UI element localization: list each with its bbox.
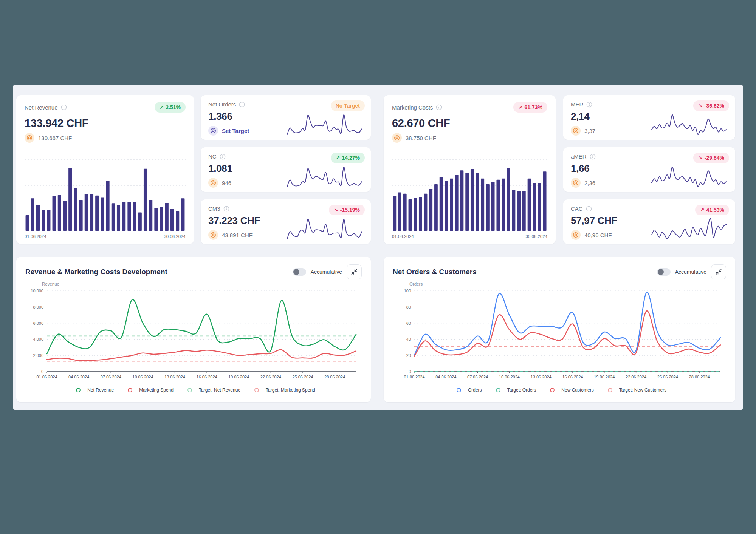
- info-icon[interactable]: [220, 154, 226, 160]
- svg-text:25.06.2024: 25.06.2024: [292, 375, 313, 379]
- date-end: 30.06.2024: [164, 234, 186, 239]
- kpi-label: Net Revenue: [25, 104, 58, 111]
- trend-value: 61.73%: [525, 104, 542, 110]
- info-icon[interactable]: [590, 154, 596, 160]
- expand-button[interactable]: [347, 264, 362, 279]
- svg-text:28.06.2024: 28.06.2024: [689, 375, 710, 379]
- svg-text:6,000: 6,000: [33, 321, 43, 326]
- kpi-label: aMER: [571, 153, 587, 160]
- accumulative-toggle[interactable]: [657, 268, 671, 276]
- legend-item[interactable]: Target: Marketing Spend: [250, 387, 315, 393]
- svg-text:20: 20: [406, 353, 411, 358]
- svg-text:22.06.2024: 22.06.2024: [626, 375, 646, 379]
- legend-marker-icon: [492, 387, 505, 393]
- trend-badge: ↘ -36.62%: [693, 100, 729, 111]
- legend-item[interactable]: Target: New Customers: [604, 387, 666, 393]
- sparkline-chart: [650, 218, 728, 240]
- kpi-card-net-revenue: Net Revenue ↗ 2.51% 133.942 CHF 130.667 …: [16, 95, 194, 244]
- svg-text:2,000: 2,000: [33, 353, 43, 358]
- target-value: 40,96 CHF: [584, 232, 612, 238]
- legend-item[interactable]: Target: Orders: [492, 387, 536, 393]
- kpi-card-amer: aMER 1,66 2,36 ↘ -29.84%: [563, 147, 735, 192]
- info-icon[interactable]: [586, 102, 592, 108]
- trend-badge: ↗ 41.53%: [695, 205, 729, 215]
- legend-item[interactable]: Orders: [452, 387, 482, 393]
- svg-text:10,000: 10,000: [31, 289, 43, 293]
- target-icon: [392, 133, 402, 143]
- info-icon[interactable]: [586, 206, 592, 212]
- target-value: 38.750 CHF: [406, 135, 436, 141]
- svg-text:04.06.2024: 04.06.2024: [435, 375, 456, 379]
- no-target-badge: No Target: [331, 100, 365, 111]
- kpi-value: 133.942 CHF: [25, 117, 186, 130]
- kpi-label: CAC: [571, 205, 583, 212]
- trend-value: 41.53%: [706, 207, 724, 213]
- accumulative-label: Accumulative: [311, 269, 342, 275]
- trend-value: 2.51%: [166, 104, 181, 110]
- date-start: 01.06.2024: [25, 234, 46, 239]
- legend-marker-icon: [183, 387, 196, 393]
- chart-card-orders-customers: Net Orders & Customers Accumulative Orde…: [384, 257, 735, 402]
- sparkline-chart: [650, 165, 728, 188]
- legend-item[interactable]: Net Revenue: [72, 387, 114, 393]
- revenue-marketing-line-chart: 02,0004,0006,0008,00010,00001.06.202404.…: [26, 287, 361, 384]
- legend-label: Target: Orders: [507, 387, 536, 393]
- marketing-costs-bar-chart: [392, 155, 547, 231]
- svg-text:16.06.2024: 16.06.2024: [197, 375, 217, 379]
- orders-customers-line-chart: 02040608010001.06.202404.06.202407.06.20…: [393, 287, 726, 384]
- legend-item[interactable]: Target: Net Revenue: [183, 387, 240, 393]
- target-icon: [208, 230, 218, 240]
- target-value: 946: [222, 180, 231, 186]
- svg-text:0: 0: [41, 369, 43, 374]
- svg-text:40: 40: [406, 337, 411, 341]
- legend-item[interactable]: Marketing Spend: [124, 387, 174, 393]
- chart-card-revenue-marketing: Revenue & Marketing Costs Development Ac…: [16, 257, 371, 402]
- legend-marker-icon: [72, 387, 85, 393]
- dashboard-panel: Net Revenue ↗ 2.51% 133.942 CHF 130.667 …: [13, 85, 743, 410]
- accumulative-toggle[interactable]: [293, 268, 306, 276]
- info-icon[interactable]: [239, 102, 245, 108]
- sparkline-chart: [650, 113, 728, 136]
- legend-marker-icon: [546, 387, 559, 393]
- legend-item[interactable]: New Customers: [546, 387, 593, 393]
- trend-value: -15.19%: [340, 207, 360, 213]
- chart-title: Net Orders & Customers: [393, 268, 477, 276]
- kpi-card-nc: NC 1.081 946 ↗ 14.27%: [201, 147, 371, 192]
- trend-arrow-icon: ↘: [698, 103, 703, 109]
- legend-label: Target: Marketing Spend: [266, 387, 315, 393]
- svg-text:4,000: 4,000: [33, 337, 43, 341]
- trend-badge: ↗ 14.27%: [331, 153, 365, 163]
- dashboard-page: { "ui": { "accumulative_label": "Accumul…: [0, 0, 756, 534]
- legend-label: New Customers: [561, 387, 593, 393]
- trend-value: 14.27%: [342, 155, 360, 161]
- kpi-label: MER: [571, 101, 583, 108]
- info-icon[interactable]: [61, 104, 67, 110]
- target-icon: [208, 178, 218, 188]
- toggle-knob: [658, 269, 664, 275]
- trend-arrow-icon: ↗: [160, 104, 164, 110]
- svg-text:0: 0: [409, 369, 411, 374]
- sparkline-chart: [286, 218, 363, 240]
- svg-text:01.06.2024: 01.06.2024: [404, 375, 424, 379]
- target-value: 3,37: [584, 128, 595, 134]
- expand-button[interactable]: [711, 264, 726, 279]
- info-icon[interactable]: [436, 104, 442, 110]
- trend-arrow-icon: ↘: [334, 207, 338, 213]
- trend-arrow-icon: ↘: [698, 155, 703, 161]
- y-axis-title: Revenue: [42, 282, 362, 286]
- kpi-card-cac: CAC 57,97 CHF 40,96 CHF ↗ 41.53%: [563, 199, 735, 244]
- kpi-card-mer: MER 2,14 3,37 ↘ -36.62%: [563, 95, 735, 140]
- set-target-label[interactable]: Set Target: [222, 128, 249, 134]
- legend-label: Target: New Customers: [619, 387, 666, 393]
- legend-label: Target: Net Revenue: [199, 387, 240, 393]
- info-icon[interactable]: [223, 206, 229, 212]
- svg-text:16.06.2024: 16.06.2024: [562, 375, 583, 379]
- mini-bar-chart: 01.06.2024 30.06.2024: [392, 155, 547, 239]
- kpi-card-net-orders: Net Orders 1.366 Set Target No Target: [201, 95, 371, 140]
- legend-marker-icon: [124, 387, 136, 393]
- svg-text:100: 100: [404, 289, 411, 293]
- target-icon: [571, 178, 581, 188]
- trend-arrow-icon: ↗: [518, 104, 523, 110]
- svg-text:80: 80: [406, 305, 411, 309]
- svg-text:10.06.2024: 10.06.2024: [132, 375, 153, 379]
